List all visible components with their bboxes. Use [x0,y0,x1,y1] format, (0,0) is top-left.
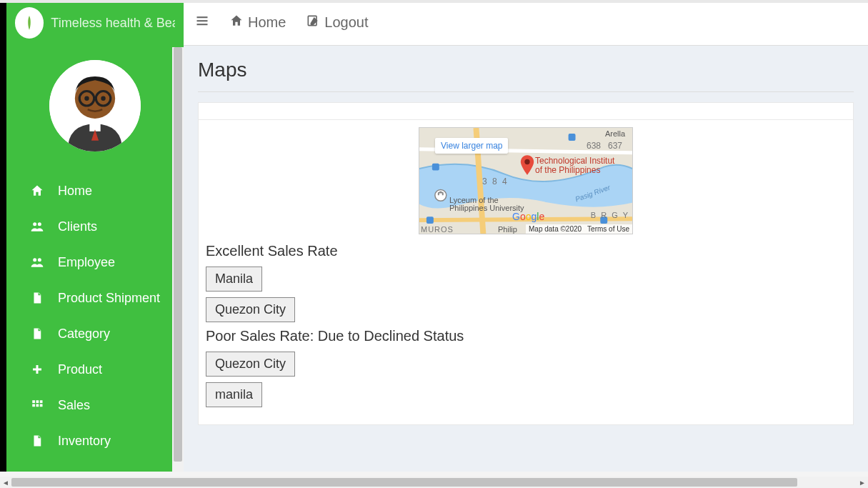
map-label-brgy: B R G Y [591,211,629,219]
svg-rect-31 [426,216,434,224]
file-icon [29,290,45,306]
sidebar-item-orders[interactable]: Orders [6,459,184,472]
brand-logo [15,7,44,39]
content-area: Maps [184,46,868,472]
map-label-muros: MUROS [421,225,454,234]
panel-body: View larger map Technological Institut o… [198,119,854,425]
scrollbar-track[interactable] [11,478,857,487]
home-icon [29,183,45,199]
menu-toggle-icon[interactable] [195,14,209,32]
map-label-384: 3 8 4 [482,176,509,186]
sidebar-item-category[interactable]: Category [6,316,184,352]
svg-rect-14 [32,400,35,403]
scroll-left-icon[interactable]: ◄ [0,477,11,488]
topbar: Home Logout [184,0,868,46]
svg-point-9 [101,96,105,101]
svg-rect-16 [40,400,43,403]
map-label-lyceum: Lyceum of thePhilippines University [449,196,524,212]
avatar-container [6,47,184,173]
excellent-sales-label: Excellent Sales Rate [206,243,846,259]
svg-rect-24 [197,24,208,25]
map-label-637: 637 [608,141,622,151]
edit-icon [306,14,320,31]
panel-header-strip [198,102,854,119]
map-label-638: 638 [587,141,601,151]
sidebar-item-clients[interactable]: Clients [6,209,184,244]
home-icon [229,14,244,31]
city-button-manila[interactable]: Manila [206,267,262,292]
svg-point-35 [524,159,529,164]
plus-icon [29,362,45,377]
scroll-right-icon[interactable]: ► [857,477,868,488]
city-button-manila-poor[interactable]: manila [206,382,262,407]
horizontal-scrollbar[interactable]: ◄ ► [0,477,868,488]
sidebar-item-product-shipment[interactable]: Product Shipment [6,280,184,316]
sidebar-item-inventory[interactable]: Inventory [6,423,184,459]
svg-rect-23 [197,20,208,21]
page-title: Maps [198,59,854,81]
svg-rect-15 [36,400,39,403]
sidebar-item-label: Product Shipment [58,291,160,306]
map-pin-icon [519,155,535,179]
city-button-quezon-city[interactable]: Quezon City [206,297,295,322]
sidebar-item-employee[interactable]: Employee [6,244,184,280]
sidebar-item-sales[interactable]: Sales [6,387,184,423]
sidebar-header: Timeless health & Beau [6,0,184,47]
map-container: View larger map Technological Institut o… [206,127,846,234]
sidebar-item-label: Employee [58,255,115,270]
topbar-home-link[interactable]: Home [229,14,286,31]
file-icon [29,326,45,342]
sidebar-item-label: Clients [58,219,97,234]
svg-rect-17 [32,404,35,407]
users-icon [29,254,45,270]
sidebar-menu: Home Clients Employee Product Shipment C… [6,173,184,472]
sidebar-item-label: Orders [58,469,97,472]
sidebar-scrollbar-thumb[interactable] [174,47,182,462]
left-strip [0,0,6,472]
cart-icon [29,469,45,472]
svg-rect-32 [569,134,576,141]
svg-point-12 [33,258,36,262]
embedded-map[interactable]: View larger map Technological Institut o… [419,127,633,234]
map-data-label: Map data ©2020 [529,225,582,233]
sidebar-item-label: Home [58,184,92,199]
google-logo: Google [512,211,544,222]
svg-rect-30 [432,164,439,171]
map-label-philip: Philip [498,225,517,234]
sidebar: Timeless health & Beau [6,0,184,472]
map-footer: Map data ©2020 Terms of Use [526,224,632,234]
pin-label-line2: of the Philippines [535,165,600,175]
svg-rect-18 [36,404,39,407]
sidebar-item-label: Product [58,362,102,377]
svg-point-13 [38,258,41,262]
svg-rect-19 [40,404,43,407]
sidebar-body: Home Clients Employee Product Shipment C… [6,47,184,472]
map-terms-link[interactable]: Terms of Use [587,225,629,233]
topbar-home-label: Home [248,14,286,31]
grid-icon [29,397,45,413]
window-top-border [0,0,868,3]
svg-rect-22 [197,16,208,18]
avatar [49,60,141,151]
view-larger-map-button[interactable]: View larger map [435,138,508,154]
topbar-logout-label: Logout [324,14,368,31]
app-root: Timeless health & Beau [0,0,868,488]
svg-point-10 [33,222,36,226]
main-content: Home Logout Maps [184,0,868,472]
sidebar-item-product[interactable]: Product [6,352,184,387]
avatar-image [49,60,141,151]
topbar-logout-link[interactable]: Logout [306,14,368,31]
scrollbar-thumb[interactable] [11,478,797,487]
svg-point-11 [38,222,41,226]
map-pin-label: Technological Institut of the Philippine… [535,156,614,175]
sidebar-item-label: Category [58,327,110,342]
city-button-quezon-city-poor[interactable]: Quezon City [206,352,295,377]
sidebar-item-home[interactable]: Home [6,173,184,209]
title-divider [198,91,854,92]
pin-label-line1: Technological Institut [535,156,614,166]
sidebar-scrollbar[interactable] [172,47,184,472]
leaf-icon [19,12,40,34]
map-label-arella: Arella [605,129,625,138]
brand-name: Timeless health & Beau [51,16,175,31]
svg-point-8 [84,96,89,101]
